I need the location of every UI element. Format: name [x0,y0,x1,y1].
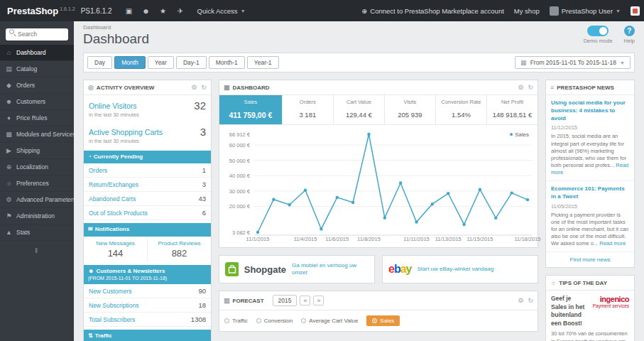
kpi-tab[interactable]: Net Profit 148 918,51 € [487,95,537,124]
demo-mode-toggle[interactable] [587,26,608,36]
sidebar-item-label: Stats [16,229,30,236]
date-filter-button[interactable]: Year-1 [247,56,279,69]
calendar-icon: ▦ [520,59,527,66]
forecast-prev-button[interactable]: « [300,296,310,305]
prestashop-logo[interactable]: PrestaShop [0,6,58,16]
news-list: Using social media for your business: 4 … [546,95,634,252]
sidebar-item[interactable]: ⌂ Dashboard [0,45,74,61]
sidebar-item[interactable]: ▤ Catalog [0,61,74,77]
customers-newsletters-header: ☻Customers & Newsletters (FROM 2015-11-0… [84,265,211,284]
customers-row-link[interactable]: New Subscriptions [89,302,138,309]
forecast-option[interactable]: Conversion [256,318,293,324]
pending-row-link[interactable]: Out of Stock Products [89,210,148,217]
kpi-tab[interactable]: Orders 3 181 [283,95,334,124]
refresh-icon[interactable]: ↻ [528,297,533,304]
pending-row: Return/Exchanges 3 [84,178,211,192]
sidebar-item[interactable]: ⊕ Localization [0,159,74,175]
sidebar-item[interactable]: ☻ Customers [0,94,74,110]
active-carts-link[interactable]: Active Shopping Carts [89,128,163,136]
sidebar-item[interactable]: ▲ Stats [0,224,74,241]
gear-icon[interactable]: ⚙ [191,84,197,91]
notification-cell[interactable]: Product Reviews 882 [148,237,211,262]
date-filter-button[interactable]: Day-1 [176,56,207,69]
date-filter-button[interactable]: Day [87,56,112,69]
gear-icon[interactable]: ⚙ [518,297,523,304]
sidebar-item[interactable]: ⚙ Advanced Parameters [0,192,74,208]
sidebar-collapse-icon[interactable]: ‖ [0,241,74,261]
date-filter-button[interactable]: Month-1 [209,56,245,69]
customers-row: Total Subscribers 1308 [84,313,211,327]
news-article-title[interactable]: Using social media for your business: 4 … [551,99,629,122]
pending-row: Out of Stock Products 6 [84,206,211,220]
star-icon[interactable]: ★ [155,7,172,15]
customers-row: New Subscriptions 18 [84,298,211,313]
help-label: Help [624,38,635,44]
customers-quick-icon[interactable]: ☻ [138,7,155,15]
sales-chart: ● Sales 66 912 €60 000 €50 000 €40 000 €… [219,125,537,247]
notification-cell[interactable]: New Messages 144 [84,237,148,262]
pending-row-link[interactable]: Return/Exchanges [89,181,138,188]
active-carts-sub: in the last 30 minutes [84,138,211,148]
online-visitors-link[interactable]: Online Visitors [89,102,137,110]
chart-x-axis: 11/1/201511/4/201511/6/201511/8/201511/1… [253,236,532,246]
news-article-title[interactable]: Ecommerce 101: Payments in a Tweet [551,185,629,201]
ebay-promo[interactable]: ebay Start uw eBay-winkel vandaag [382,255,538,283]
forecast-icon: ▥ [224,297,230,304]
news-article-excerpt: Picking a payment provider is one of the… [551,212,629,248]
forecast-option[interactable]: Average Cart Value [301,318,358,324]
forecast-option[interactable]: Sales [366,315,400,326]
sidebar-item[interactable]: ♦ Price Rules [0,110,74,126]
sidebar-item[interactable]: ☼ Preferences [0,175,74,192]
cart-icon[interactable]: ▣ [121,7,138,15]
page-title: Dashboard [83,31,635,47]
dashboard-panel: ▦ DASHBOARD ⚙ ↻ Sales 411 759,00 € [219,80,538,248]
sidebar-item[interactable]: ▩ Modules and Services [0,126,74,143]
kpi-tab[interactable]: Conversion Rate 1.54% [436,95,487,124]
sidebar-item[interactable]: ⚑ Administration [0,208,74,224]
shopgate-promo-link[interactable]: Ga mobiel en verhoog uw omzet [292,262,369,277]
breadcrumb[interactable]: Dashboard [83,24,635,31]
customers-row-value: 18 [198,301,206,309]
ebay-promo-link[interactable]: Start uw eBay-winkel vandaag [417,266,494,273]
find-more-news-link[interactable]: Find more news [546,252,634,267]
customers-row-link[interactable]: New Customers [89,288,131,295]
marketplace-link[interactable]: ⊕ Connect to PrestaShop Marketplace acco… [361,7,504,15]
help-control: ? Help [624,26,635,44]
forecast-option[interactable]: Traffic [224,318,248,324]
rocket-icon[interactable]: ✈ [172,7,189,15]
my-shop-link[interactable]: My shop [514,7,540,15]
stats-icon: ▲ [5,229,13,236]
pending-row-link[interactable]: Orders [89,167,107,174]
quick-access-menu[interactable]: Quick Access ▼ [189,7,254,15]
forecast-next-button[interactable]: » [313,296,324,305]
ebay-letter: e [388,263,394,275]
browser-extension-icon[interactable] [631,6,640,16]
refresh-icon[interactable]: ↻ [528,84,533,91]
kpi-tab[interactable]: Cart Value 129,44 € [334,95,385,124]
kpi-tab[interactable]: Visits 205 939 [385,95,436,124]
refresh-icon[interactable]: ↻ [201,84,207,91]
kpi-tab[interactable]: Sales 411 759,00 € [219,95,283,124]
date-filter-button[interactable]: Month [114,56,146,69]
sidebar-item[interactable]: ▶ Shipping [0,143,74,159]
tips-panel-title: TIPS OF THE DAY [559,280,607,286]
help-icon[interactable]: ? [624,26,635,36]
people-icon: ☻ [88,268,94,274]
shopgate-icon [225,262,239,276]
sidebar-item[interactable]: ◆ Orders [0,77,74,94]
clock-icon: ◔ [88,153,92,160]
pending-row-value: 1 [202,166,206,174]
tips-headline: Geef je Sales in het buitenland een Boos… [551,295,589,328]
gear-icon[interactable]: ⚙ [518,84,523,91]
envelope-icon: ✉ [88,226,93,232]
sidebar-item-label: Customers [16,98,45,105]
date-range-picker[interactable]: ▦From 2015-11-01 To 2015-11-18▼ [515,56,631,69]
user-menu[interactable]: PrestaShop User ▼ [550,6,621,16]
pending-row-link[interactable]: Abandoned Carts [89,195,136,202]
customers-row-link[interactable]: Total Subscribers [89,316,135,323]
date-filter-button[interactable]: Year [148,56,174,69]
read-more-link[interactable]: Read more [599,240,626,247]
shopgate-promo[interactable]: Shopgate Ga mobiel en verhoog uw omzet [219,255,375,283]
chart-y-axis: 66 912 €60 000 €50 000 €40 000 €30 000 €… [225,131,253,236]
tips-body: 30 tot 70% van de consumenten in Europa … [546,330,634,341]
